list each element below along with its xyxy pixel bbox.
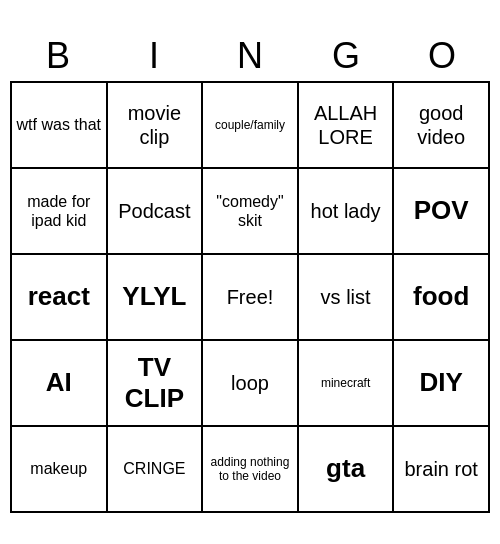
cell-text-8: hot lady [311, 199, 381, 223]
cell-text-24: brain rot [405, 457, 478, 481]
bingo-card: BINGO wtf was thatmovie clipcouple/famil… [10, 31, 490, 513]
cell-text-9: POV [414, 195, 469, 226]
bingo-cell-8: hot lady [299, 169, 395, 255]
cell-text-16: TV CLIP [111, 352, 199, 414]
cell-text-20: makeup [30, 459, 87, 478]
bingo-cell-0: wtf was that [12, 83, 108, 169]
header-letter-n: N [204, 35, 296, 77]
cell-text-4: good video [397, 101, 485, 149]
bingo-cell-4: good video [394, 83, 490, 169]
cell-text-5: made for ipad kid [15, 192, 103, 230]
cell-text-14: food [413, 281, 469, 312]
cell-text-0: wtf was that [17, 115, 101, 134]
cell-text-15: AI [46, 367, 72, 398]
cell-text-6: Podcast [118, 199, 190, 223]
bingo-cell-9: POV [394, 169, 490, 255]
bingo-header: BINGO [10, 31, 490, 81]
bingo-cell-13: vs list [299, 255, 395, 341]
bingo-cell-5: made for ipad kid [12, 169, 108, 255]
cell-text-13: vs list [321, 285, 371, 309]
header-letter-b: B [12, 35, 104, 77]
bingo-grid: wtf was thatmovie clipcouple/familyALLAH… [10, 81, 490, 513]
bingo-cell-23: gta [299, 427, 395, 513]
bingo-cell-17: loop [203, 341, 299, 427]
bingo-cell-22: adding nothing to the video [203, 427, 299, 513]
bingo-cell-11: YLYL [108, 255, 204, 341]
cell-text-3: ALLAH LORE [302, 101, 390, 149]
header-letter-o: O [396, 35, 488, 77]
bingo-cell-10: react [12, 255, 108, 341]
bingo-cell-14: food [394, 255, 490, 341]
cell-text-1: movie clip [111, 101, 199, 149]
bingo-cell-18: minecraft [299, 341, 395, 427]
bingo-cell-24: brain rot [394, 427, 490, 513]
bingo-cell-6: Podcast [108, 169, 204, 255]
cell-text-22: adding nothing to the video [206, 455, 294, 484]
bingo-cell-12: Free! [203, 255, 299, 341]
header-letter-i: I [108, 35, 200, 77]
bingo-cell-20: makeup [12, 427, 108, 513]
cell-text-11: YLYL [122, 281, 186, 312]
bingo-cell-1: movie clip [108, 83, 204, 169]
bingo-cell-16: TV CLIP [108, 341, 204, 427]
cell-text-19: DIY [420, 367, 463, 398]
cell-text-10: react [28, 281, 90, 312]
bingo-cell-3: ALLAH LORE [299, 83, 395, 169]
cell-text-7: "comedy" skit [206, 192, 294, 230]
bingo-cell-19: DIY [394, 341, 490, 427]
cell-text-18: minecraft [321, 376, 370, 390]
bingo-cell-15: AI [12, 341, 108, 427]
cell-text-23: gta [326, 453, 365, 484]
cell-text-21: CRINGE [123, 459, 185, 478]
bingo-cell-2: couple/family [203, 83, 299, 169]
bingo-cell-21: CRINGE [108, 427, 204, 513]
cell-text-12: Free! [227, 285, 274, 309]
header-letter-g: G [300, 35, 392, 77]
cell-text-2: couple/family [215, 118, 285, 132]
bingo-cell-7: "comedy" skit [203, 169, 299, 255]
cell-text-17: loop [231, 371, 269, 395]
